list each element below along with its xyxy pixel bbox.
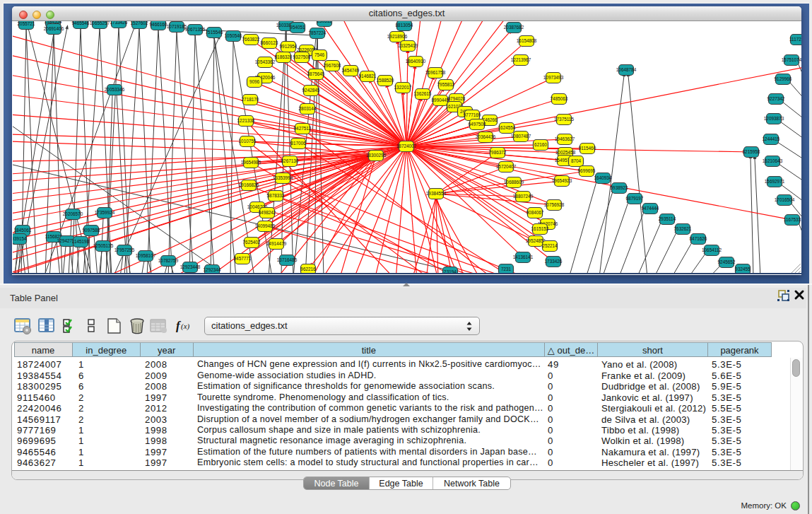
- svg-text:1527602: 1527602: [131, 21, 148, 25]
- svg-text:2718170: 2718170: [242, 97, 259, 102]
- svg-text:1244415: 1244415: [763, 136, 780, 141]
- svg-text:5938923: 5938923: [611, 185, 628, 190]
- svg-text:18640910: 18640910: [406, 59, 426, 64]
- svg-text:10958107: 10958107: [136, 253, 156, 258]
- svg-text:7546: 7546: [314, 52, 325, 57]
- svg-text:15692971: 15692971: [765, 179, 785, 184]
- svg-text:1640934: 1640934: [594, 175, 612, 180]
- svg-text:10671355: 10671355: [185, 27, 206, 32]
- svg-text:20387682: 20387682: [504, 25, 524, 30]
- svg-text:252214: 252214: [542, 243, 558, 248]
- svg-text:932455: 932455: [735, 267, 751, 271]
- svg-text:17359924: 17359924: [95, 210, 115, 215]
- svg-text:62160: 62160: [534, 142, 547, 147]
- svg-text:12505135: 12505135: [93, 243, 114, 248]
- svg-text:9457771: 9457771: [234, 256, 252, 261]
- svg-text:9096: 9096: [249, 79, 260, 84]
- svg-text:9245652: 9245652: [718, 259, 736, 264]
- svg-text:7625402: 7625402: [243, 240, 261, 245]
- svg-text:14099485: 14099485: [255, 223, 276, 228]
- svg-text:2935114: 2935114: [659, 216, 676, 221]
- svg-text:8471626: 8471626: [690, 236, 707, 241]
- svg-text:19166825: 19166825: [239, 182, 259, 187]
- svg-text:20206570: 20206570: [63, 211, 83, 216]
- svg-text:19654985: 19654985: [241, 160, 261, 165]
- svg-text:10654112: 10654112: [702, 247, 722, 252]
- svg-text:9097588: 9097588: [83, 228, 100, 233]
- svg-text:20364436: 20364436: [476, 134, 496, 139]
- svg-text:9327508: 9327508: [293, 54, 311, 59]
- svg-text:7663822: 7663822: [242, 37, 260, 42]
- svg-text:9777169: 9777169: [464, 112, 481, 117]
- svg-text:10648784: 10648784: [616, 67, 637, 72]
- svg-text:1733426: 1733426: [545, 259, 563, 264]
- svg-text:10782759: 10782759: [158, 258, 179, 263]
- svg-text:17957255: 17957255: [114, 247, 135, 252]
- svg-text:12093873: 12093873: [764, 116, 784, 121]
- svg-text:8267130: 8267130: [281, 158, 299, 163]
- svg-text:8215958: 8215958: [743, 149, 760, 154]
- svg-text:9084067: 9084067: [526, 210, 544, 215]
- svg-text:1845061: 1845061: [14, 228, 32, 233]
- svg-text:5878332: 5878332: [267, 193, 285, 198]
- svg-text:12923448: 12923448: [180, 264, 201, 269]
- svg-text:1588520: 1588520: [377, 78, 394, 83]
- svg-text:6879197: 6879197: [626, 196, 644, 201]
- svg-text:10719185: 10719185: [167, 24, 187, 29]
- svg-text:9242845: 9242845: [302, 88, 320, 93]
- svg-text:9146821: 9146821: [359, 74, 377, 78]
- svg-text:20053346: 20053346: [105, 87, 125, 92]
- svg-text:1322017: 1322017: [394, 85, 412, 90]
- svg-text:9466160: 9466160: [150, 22, 167, 27]
- svg-text:1117216: 1117216: [789, 37, 801, 42]
- svg-text:10688609: 10688609: [504, 180, 524, 185]
- svg-text:3498242: 3498242: [259, 210, 276, 215]
- svg-text:9699695: 9699695: [578, 168, 596, 173]
- svg-text:9474444: 9474444: [642, 206, 659, 211]
- svg-text:13325419: 13325419: [398, 43, 418, 48]
- svg-text:16210643: 16210643: [763, 158, 783, 163]
- svg-text:15751074: 15751074: [782, 57, 801, 62]
- svg-text:3454749: 3454749: [342, 68, 360, 73]
- svg-text:10025458: 10025458: [555, 150, 576, 155]
- svg-text:7955812: 7955812: [437, 82, 455, 87]
- svg-text:16961758: 16961758: [425, 70, 446, 75]
- svg-text:6497508: 6497508: [469, 122, 486, 127]
- svg-text:230511: 230511: [317, 21, 332, 23]
- svg-text:9794028: 9794028: [448, 96, 466, 101]
- svg-text:1292344: 1292344: [204, 267, 221, 272]
- svg-text:8660123: 8660123: [261, 40, 278, 45]
- svg-text:1615152: 1615152: [531, 226, 549, 231]
- svg-text:19463627: 19463627: [555, 136, 575, 141]
- svg-text:1221338: 1221338: [237, 118, 255, 123]
- svg-text:962216: 962216: [300, 267, 316, 271]
- svg-text:17016504: 17016504: [775, 197, 795, 202]
- svg-text:13716485: 13716485: [277, 257, 298, 262]
- svg-text:9465546: 9465546: [72, 21, 90, 25]
- svg-text:13353994: 13353994: [273, 175, 293, 180]
- svg-text:7231: 7231: [501, 267, 512, 271]
- svg-text:1145198: 1145198: [72, 239, 90, 244]
- svg-text:7857224: 7857224: [309, 30, 326, 35]
- svg-text:817006: 817006: [290, 141, 306, 146]
- svg-text:2803144: 2803144: [299, 106, 317, 111]
- svg-text:19218906: 19218906: [387, 34, 408, 39]
- svg-text:7986372: 7986372: [489, 150, 507, 155]
- svg-text:2055721: 2055721: [18, 21, 35, 26]
- svg-text:1050546: 1050546: [225, 33, 242, 38]
- svg-text:8186328: 8186328: [275, 54, 293, 59]
- svg-text:18300295: 18300295: [366, 153, 387, 158]
- svg-text:10756928: 10756928: [544, 202, 565, 207]
- svg-text:9115460: 9115460: [579, 146, 596, 151]
- svg-text:7632621: 7632621: [674, 226, 692, 231]
- svg-text:10973493: 10973493: [543, 75, 564, 80]
- svg-text:16154808: 16154808: [517, 38, 537, 43]
- svg-text:8990445: 8990445: [432, 98, 449, 103]
- svg-text:9912954: 9912954: [280, 44, 298, 49]
- svg-text:18807249: 18807249: [513, 194, 534, 199]
- svg-text:7485063: 7485063: [551, 96, 568, 101]
- svg-text:19384554: 19384554: [426, 191, 447, 196]
- svg-text:17375115: 17375115: [554, 117, 574, 122]
- svg-text:1167533: 1167533: [784, 217, 801, 222]
- svg-text:8813054: 8813054: [396, 23, 413, 28]
